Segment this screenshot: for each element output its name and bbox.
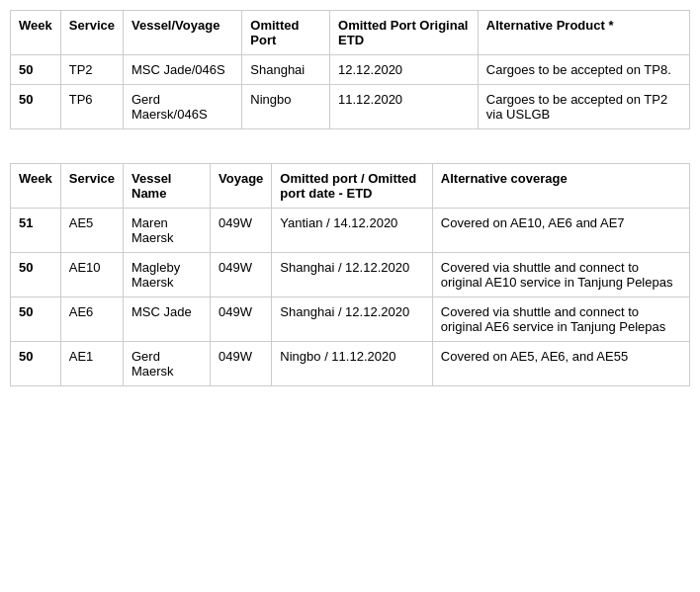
omitted-port-date-cell: Ningbo / 11.12.2020 bbox=[272, 342, 432, 386]
etd-cell: 12.12.2020 bbox=[330, 55, 479, 85]
table2-container: Week Service Vessel Name Voyage Omitted … bbox=[10, 163, 690, 386]
alternative-cell: Covered on AE10, AE6 and AE7 bbox=[432, 209, 689, 253]
etd-cell: 11.12.2020 bbox=[330, 85, 479, 129]
section-gap bbox=[10, 147, 690, 163]
table-row: 51 AE5 Maren Maersk 049W Yantian / 14.12… bbox=[11, 209, 690, 253]
table2-col-omitted-port-date: Omitted port / Omitted port date - ETD bbox=[272, 164, 432, 209]
omitted-port-date-cell: Shanghai / 12.12.2020 bbox=[272, 253, 432, 297]
alternative-cell: Covered via shuttle and connect to origi… bbox=[432, 297, 689, 342]
voyage-cell: 049W bbox=[211, 253, 272, 297]
voyage-cell: 049W bbox=[211, 342, 272, 386]
table1-col-omitted-port: Omitted Port bbox=[242, 11, 330, 55]
table2-col-week: Week bbox=[11, 164, 61, 209]
table-row: 50 TP2 MSC Jade/046S Shanghai 12.12.2020… bbox=[11, 55, 690, 85]
omitted-port-date-cell: Shanghai / 12.12.2020 bbox=[272, 297, 432, 342]
table1-col-week: Week bbox=[11, 11, 61, 55]
table-row: 50 AE1 Gerd Maersk 049W Ningbo / 11.12.2… bbox=[11, 342, 690, 386]
table-row: 50 AE6 MSC Jade 049W Shanghai / 12.12.20… bbox=[11, 297, 690, 342]
week-cell: 50 bbox=[11, 297, 61, 342]
service-cell: AE1 bbox=[60, 342, 123, 386]
table1-col-service: Service bbox=[60, 11, 123, 55]
service-cell: AE10 bbox=[60, 253, 123, 297]
service-cell: TP2 bbox=[60, 55, 123, 85]
table1-container: Week Service Vessel/Voyage Omitted Port … bbox=[10, 10, 690, 129]
week-cell: 50 bbox=[11, 85, 61, 129]
alternative-cell: Covered on AE5, AE6, and AE55 bbox=[432, 342, 689, 386]
table2-col-service: Service bbox=[60, 164, 123, 209]
table2-col-alternative: Alternative coverage bbox=[432, 164, 689, 209]
table1-col-vessel-voyage: Vessel/Voyage bbox=[124, 11, 242, 55]
table2-header-row: Week Service Vessel Name Voyage Omitted … bbox=[11, 164, 690, 209]
alternative-cell: Cargoes to be accepted on TP8. bbox=[478, 55, 689, 85]
table1-col-alternative: Alternative Product * bbox=[478, 11, 689, 55]
alternative-cell: Cargoes to be accepted on TP2 via USLGB bbox=[478, 85, 689, 129]
service-cell: AE6 bbox=[60, 297, 123, 342]
vessel-voyage-cell: Gerd Maersk/046S bbox=[124, 85, 242, 129]
week-cell: 50 bbox=[11, 55, 61, 85]
alternative-cell: Covered via shuttle and connect to origi… bbox=[432, 253, 689, 297]
week-cell: 50 bbox=[11, 253, 61, 297]
table1-header-row: Week Service Vessel/Voyage Omitted Port … bbox=[11, 11, 690, 55]
vessel-voyage-cell: MSC Jade/046S bbox=[124, 55, 242, 85]
table2: Week Service Vessel Name Voyage Omitted … bbox=[10, 163, 690, 386]
table-row: 50 AE10 Magleby Maersk 049W Shanghai / 1… bbox=[11, 253, 690, 297]
week-cell: 50 bbox=[11, 342, 61, 386]
table2-col-vessel-name: Vessel Name bbox=[124, 164, 211, 209]
table1: Week Service Vessel/Voyage Omitted Port … bbox=[10, 10, 690, 129]
vessel-name-cell: Gerd Maersk bbox=[124, 342, 211, 386]
service-cell: TP6 bbox=[60, 85, 123, 129]
week-cell: 51 bbox=[11, 209, 61, 253]
omitted-port-cell: Shanghai bbox=[242, 55, 330, 85]
service-cell: AE5 bbox=[60, 209, 123, 253]
vessel-name-cell: MSC Jade bbox=[124, 297, 211, 342]
table-row: 50 TP6 Gerd Maersk/046S Ningbo 11.12.202… bbox=[11, 85, 690, 129]
omitted-port-date-cell: Yantian / 14.12.2020 bbox=[272, 209, 432, 253]
vessel-name-cell: Magleby Maersk bbox=[124, 253, 211, 297]
voyage-cell: 049W bbox=[211, 297, 272, 342]
table1-col-etd: Omitted Port Original ETD bbox=[330, 11, 479, 55]
voyage-cell: 049W bbox=[211, 209, 272, 253]
omitted-port-cell: Ningbo bbox=[242, 85, 330, 129]
table2-col-voyage: Voyage bbox=[211, 164, 272, 209]
vessel-name-cell: Maren Maersk bbox=[124, 209, 211, 253]
